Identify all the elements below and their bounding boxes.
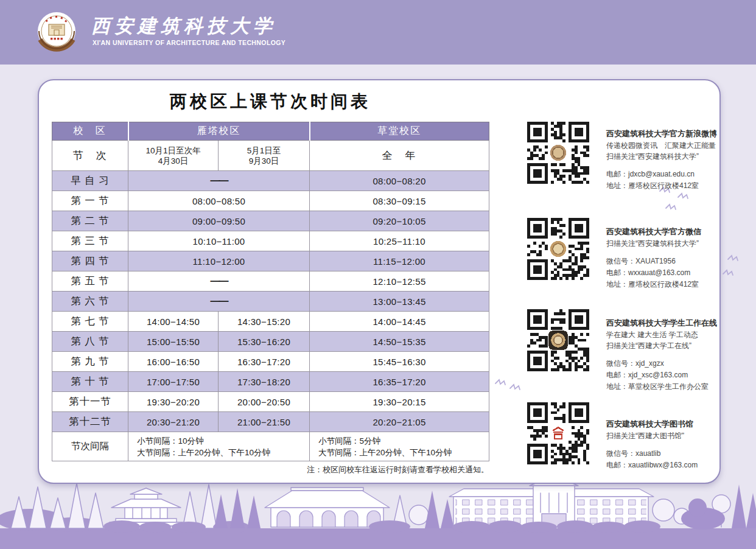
yanta-summer-time-cell: 15:30−16:20 [219,332,310,352]
table-row: 第十一节19:30−20:2020:00−20:5019:30−20:15 [52,392,489,412]
subheader-yanta-summer: 5月1日至 9月30日 [219,141,310,171]
qr-section-title: 西安建筑科技大学图书馆 [606,418,721,430]
interval-line: 大节间隔：上午20分钟、下午10分钟 [137,447,309,458]
date-range-line: 4月30日 [128,156,218,166]
university-banner: 西安建筑科技大学 XI'AN UNIVERSITY OF ARCHITECTUR… [0,0,756,65]
qr-contact-line: 微信号：XAUAT1956 [606,256,721,267]
yanta-time-cell: 08:00−08:50 [128,191,310,211]
caotang-time-cell: 14:00−14:45 [310,312,489,332]
qr-section-line: 扫描关注“西安建筑科技大学” [606,151,721,162]
table-header-row: 校 区 雁塔校区 草堂校区 [52,122,489,141]
qr-section-title: 西安建筑科技大学官方微信 [606,226,721,238]
qr-contact-line: 电邮：xjd_xsc@163.com [606,369,721,381]
date-range-line: 10月1日至次年 [128,145,218,156]
timetable-body: 早 自 习——08:00−08:20第 一 节08:00−08:5008:30−… [52,171,489,461]
qr-code-wechat [527,218,589,280]
table-row: 第 七 节14:00−14:5014:30−15:2014:00−14:45 [52,312,489,332]
table-row: 第 八 节15:00−15:5015:30−16:2014:50−15:35 [52,332,489,352]
qr-section-title: 西安建筑科技大学学生工作在线 [606,317,721,329]
qr-section-line: 扫描关注“西安建筑科技大学” [606,238,721,249]
caotang-time-cell: 08:30−09:15 [310,191,489,211]
qr-section-title: 西安建筑科技大学官方新浪微博 [606,128,721,140]
table-row: 第 三 节10:10−11:0010:25−11:10 [52,231,489,251]
subheader-yanta-winter: 10月1日至次年 4月30日 [128,141,219,171]
qr-contact-line: 电邮：xauatlibwx@163.com [606,460,721,471]
qr-contact-line: 地址：雁塔校区行政楼412室 [606,279,721,290]
qr-contact-line: 电邮：wxxauat@163.com [606,267,721,279]
university-name-en: XI'AN UNIVERSITY OF ARCHITECTURE AND TEC… [93,39,285,46]
period-label-cell: 第 三 节 [52,231,128,251]
date-range-line: 5月1日至 [219,145,309,156]
page-title: 两校区上课节次时间表 [52,90,489,113]
decorative-squiggle [494,376,528,396]
table-row: 第 四 节11:10−12:0011:15−12:00 [52,251,489,271]
qr-section-line: 扫描关注“西建大图书馆” [606,430,721,441]
table-row: 第 五 节——12:10−12:55 [52,271,489,292]
yanta-summer-time-cell: 16:30−17:20 [219,352,310,372]
period-label-cell: 第 六 节 [52,292,128,312]
period-label-cell: 第 四 节 [52,251,128,271]
yanta-summer-time-cell: 20:00−20:50 [219,392,310,412]
qr-text-block: 西安建筑科技大学官方新浪微博传递校园微资讯 汇聚建大正能量扫描关注“西安建筑科技… [606,128,721,192]
qr-code-student-work [527,309,589,371]
yanta-winter-time-cell: 19:30−20:20 [128,392,219,412]
qr-contact-line: 地址：草堂校区学生工作办公室 [606,381,721,393]
table-row: 第 二 节09:00−09:5009:20−10:05 [52,211,489,231]
caotang-time-cell: 15:45−16:30 [310,352,489,372]
period-label-cell: 早 自 习 [52,171,128,191]
caotang-time-cell: 12:10−12:55 [310,271,489,292]
period-label-cell: 第十一节 [52,392,128,412]
period-label-cell: 第 十 节 [52,372,128,392]
caotang-time-cell: 10:25−11:10 [310,231,489,251]
yanta-winter-time-cell: 17:00−17:50 [128,372,219,392]
yanta-time-cell: —— [128,171,310,191]
period-label-cell: 第 九 节 [52,352,128,372]
yanta-summer-time-cell: 14:30−15:20 [219,312,310,332]
date-range-line: 9月30日 [219,156,309,166]
caotang-interval-cell: 小节间隔：5分钟大节间隔：上午20分钟、下午10分钟 [310,432,489,461]
university-logo-icon [35,9,78,54]
yanta-summer-time-cell: 17:30−18:20 [219,372,310,392]
caotang-time-cell: 09:20−10:05 [310,211,489,231]
yanta-summer-time-cell: 21:00−21:50 [219,412,310,432]
header-campus: 校 区 [52,122,128,141]
caotang-time-cell: 11:15−12:00 [310,251,489,271]
yanta-winter-time-cell: 14:00−14:50 [128,312,219,332]
yanta-time-cell: —— [128,292,310,312]
table-row: 第 十 节17:00−17:5017:30−18:2016:35−17:20 [52,372,489,392]
period-label-cell: 第 一 节 [52,191,128,211]
campus-illustration [0,480,756,549]
interval-line: 小节间隔：5分钟 [318,435,489,447]
table-row: 第 六 节——13:00−13:45 [52,292,489,312]
qr-section-line: 学在建大 建大生活 学工动态 [606,329,721,340]
timetable: 校 区 雁塔校区 草堂校区 节 次 10月1日至次年 4月30日 5月1日至 9… [52,122,489,461]
yanta-time-cell: —— [128,271,310,292]
subheader-caotang-allyear: 全 年 [310,141,489,171]
qr-contact-line: 电邮：jdxcb@xauat.edu.cn [606,169,721,180]
period-label-cell: 第 二 节 [52,211,128,231]
interval-line: 大节间隔：上午20分钟、下午10分钟 [318,447,489,458]
yanta-winter-time-cell: 16:00−16:50 [128,352,219,372]
period-label-cell: 第 八 节 [52,332,128,352]
yanta-time-cell: 11:10−12:00 [128,251,310,271]
period-label-cell: 第 五 节 [52,271,128,292]
table-row: 第 九 节16:00−16:5016:30−17:2015:45−16:30 [52,352,489,372]
qr-contact-line: 微信号：xauatlib [606,448,721,460]
table-row-interval: 节次间隔小节间隔：10分钟大节间隔：上午20分钟、下午10分钟小节间隔：5分钟大… [52,432,489,461]
qr-code-weibo [527,122,589,184]
interval-line: 小节间隔：10分钟 [137,435,309,447]
yanta-interval-cell: 小节间隔：10分钟大节间隔：上午20分钟、下午10分钟 [128,432,310,461]
period-label-cell: 第十二节 [52,412,128,432]
footnote: 注：校区间校车往返运行时刻请查看学校相关通知。 [52,464,489,475]
header-caotang-campus: 草堂校区 [310,122,489,141]
table-row: 早 自 习——08:00−08:20 [52,171,489,191]
qr-text-block: 西安建筑科技大学学生工作在线学在建大 建大生活 学工动态扫描关注“西建大学工在线… [606,317,721,393]
qr-text-block: 西安建筑科技大学官方微信扫描关注“西安建筑科技大学”微信号：XAUAT1956电… [606,226,721,290]
qr-contact-line: 地址：雁塔校区行政楼412室 [606,180,721,192]
table-row: 第十二节20:30−21:2021:00−21:5020:20−21:05 [52,412,489,432]
period-label-cell: 第 七 节 [52,312,128,332]
qr-section-line: 传递校园微资讯 汇聚建大正能量 [606,140,721,151]
caotang-time-cell: 14:50−15:35 [310,332,489,352]
yanta-winter-time-cell: 20:30−21:20 [128,412,219,432]
interval-label-cell: 节次间隔 [52,432,128,461]
